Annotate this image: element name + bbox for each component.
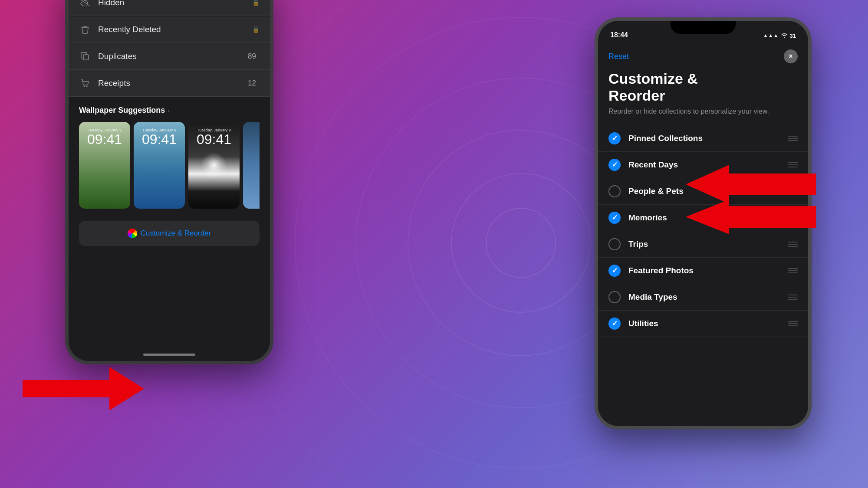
trash-icon xyxy=(79,23,91,36)
memories-checkbox[interactable] xyxy=(608,212,621,224)
cr-item-pinned[interactable]: Pinned Collections xyxy=(598,125,808,152)
recent-days-checkbox[interactable] xyxy=(608,159,621,171)
right-phone-notch xyxy=(671,21,736,34)
pinned-label: Pinned Collections xyxy=(628,134,788,143)
media-types-checkbox[interactable] xyxy=(608,291,621,303)
status-time: 18:44 xyxy=(610,31,628,39)
trips-checkbox[interactable] xyxy=(608,238,621,250)
duplicates-badge: 89 xyxy=(248,52,256,61)
list-item-duplicates[interactable]: Duplicates 89 xyxy=(69,43,270,70)
panel-title: Customize &Reorder xyxy=(598,67,808,107)
recently-deleted-lock-icon: 🔒 xyxy=(252,26,260,33)
photos-icon xyxy=(128,229,137,238)
thumb1-time: 09:41 xyxy=(87,131,122,147)
pinned-checkbox[interactable] xyxy=(608,132,621,144)
signal-icon: ▲▲▲ xyxy=(763,33,779,39)
customize-reorder-label: Customize & Reorder xyxy=(141,229,211,238)
svg-marker-9 xyxy=(23,367,144,410)
copy-icon xyxy=(79,50,91,62)
receipts-badge: 12 xyxy=(248,79,256,88)
media-types-drag-handle[interactable] xyxy=(788,295,798,300)
battery-icon: 31 xyxy=(790,33,796,39)
duplicates-label: Duplicates xyxy=(98,52,248,61)
receipts-label: Receipts xyxy=(98,79,248,88)
thumb3-time: 09:41 xyxy=(197,131,231,147)
status-icons: ▲▲▲ 31 xyxy=(763,32,796,39)
wallpaper-thumb-3[interactable]: Tuesday, January 9 09:41 xyxy=(188,122,240,209)
trips-label: Trips xyxy=(628,239,788,249)
svg-marker-10 xyxy=(686,165,816,204)
wallpaper-thumbnails: Tuesday, January 9 09:41 Tuesday, Januar… xyxy=(79,122,260,209)
list-item-hidden[interactable]: Hidden 🔒 xyxy=(69,0,270,16)
left-home-bar xyxy=(143,354,195,356)
eye-slash-icon xyxy=(79,0,91,9)
featured-label: Featured Photos xyxy=(628,266,788,275)
utilities-drag-handle[interactable] xyxy=(788,321,798,326)
close-icon: × xyxy=(789,52,792,60)
phone-left: Hidden 🔒 Recently Deleted 🔒 xyxy=(65,0,273,364)
svg-point-0 xyxy=(486,208,556,278)
left-phone-content: Hidden 🔒 Recently Deleted 🔒 xyxy=(69,0,270,361)
featured-checkbox[interactable] xyxy=(608,265,621,277)
wallpaper-title[interactable]: Wallpaper Suggestions › xyxy=(79,106,260,115)
utilities-label: Utilities xyxy=(628,319,788,328)
wallpaper-thumb-4[interactable] xyxy=(243,122,260,209)
svg-marker-11 xyxy=(686,200,816,234)
left-red-arrow xyxy=(23,363,144,416)
people-pets-checkbox[interactable] xyxy=(608,185,621,197)
wifi-icon xyxy=(781,32,788,39)
reset-button[interactable]: Reset xyxy=(608,52,629,61)
panel-subtitle: Reorder or hide collections to personali… xyxy=(598,107,808,125)
thumb2-time: 09:41 xyxy=(142,131,177,147)
close-button[interactable]: × xyxy=(784,49,798,63)
customize-reorder-button[interactable]: Customize & Reorder xyxy=(79,221,260,246)
wallpaper-chevron-icon: › xyxy=(168,107,170,114)
recently-deleted-label: Recently Deleted xyxy=(98,25,252,34)
svg-point-7 xyxy=(84,86,85,87)
left-phone-list: Hidden 🔒 Recently Deleted 🔒 xyxy=(69,0,270,97)
wallpaper-thumb-1[interactable]: Tuesday, January 9 09:41 xyxy=(79,122,130,209)
right-red-arrow-bottom xyxy=(686,200,816,236)
cr-item-featured[interactable]: Featured Photos xyxy=(598,258,808,284)
svg-point-8 xyxy=(86,86,88,87)
cr-item-utilities[interactable]: Utilities xyxy=(598,311,808,337)
hidden-label: Hidden xyxy=(98,0,252,7)
hidden-lock-icon: 🔒 xyxy=(252,0,260,6)
media-types-label: Media Types xyxy=(628,292,788,302)
utilities-checkbox[interactable] xyxy=(608,318,621,330)
wallpaper-thumb-2[interactable]: Tuesday, January 9 09:41 xyxy=(134,122,185,209)
panel-header: Reset × xyxy=(598,43,808,67)
trips-drag-handle[interactable] xyxy=(788,242,798,247)
cr-item-media-types[interactable]: Media Types xyxy=(598,284,808,311)
wallpaper-section: Wallpaper Suggestions › Tuesday, January… xyxy=(69,97,270,214)
svg-rect-6 xyxy=(83,55,89,60)
featured-drag-handle[interactable] xyxy=(788,268,798,273)
svg-point-1 xyxy=(451,174,590,312)
cart-icon xyxy=(79,77,91,89)
list-item-recently-deleted[interactable]: Recently Deleted 🔒 xyxy=(69,16,270,43)
pinned-drag-handle[interactable] xyxy=(788,136,798,141)
list-item-receipts[interactable]: Receipts 12 xyxy=(69,70,270,97)
